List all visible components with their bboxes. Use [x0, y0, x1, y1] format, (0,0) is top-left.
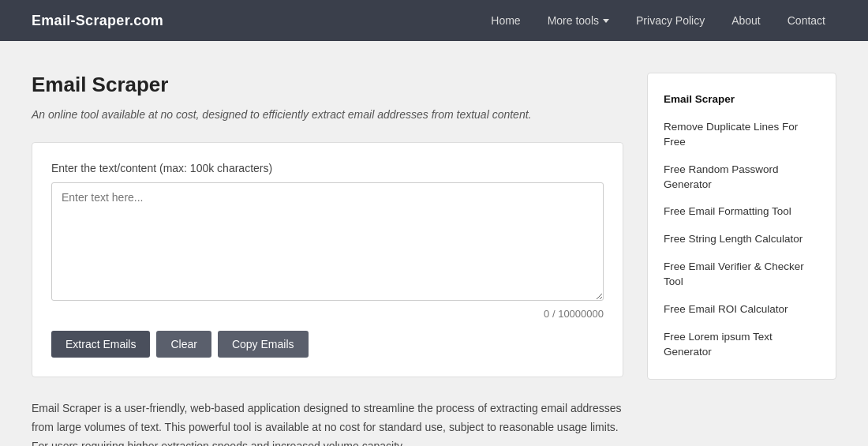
- page-wrapper: Email Scraper An online tool available a…: [16, 41, 852, 446]
- nav-about[interactable]: About: [720, 9, 772, 32]
- nav-home[interactable]: Home: [480, 9, 531, 32]
- sidebar-item-string-length[interactable]: Free String Length Calculator: [648, 226, 836, 253]
- sidebar-item-password-generator[interactable]: Free Random Password Generator: [648, 156, 836, 199]
- description-text: Email Scraper is a user-friendly, web-ba…: [32, 399, 623, 446]
- extract-emails-button[interactable]: Extract Emails: [51, 331, 150, 358]
- nav-contact[interactable]: Contact: [776, 9, 836, 32]
- page-subtitle: An online tool available at no cost, des…: [32, 107, 623, 123]
- text-input[interactable]: [51, 182, 604, 301]
- input-label: Enter the text/content (max: 100k charac…: [51, 162, 604, 174]
- nav-links: Home More tools Privacy Policy About Con…: [480, 9, 836, 32]
- tool-card: Enter the text/content (max: 100k charac…: [32, 142, 623, 377]
- char-count: 0 / 10000000: [51, 308, 604, 320]
- navbar: Email-Scraper.com Home More tools Privac…: [0, 0, 868, 41]
- nav-more-tools[interactable]: More tools: [537, 9, 620, 32]
- site-logo[interactable]: Email-Scraper.com: [32, 13, 163, 29]
- nav-privacy-policy[interactable]: Privacy Policy: [625, 9, 716, 32]
- sidebar-item-remove-duplicate[interactable]: Remove Duplicate Lines For Free: [648, 114, 836, 156]
- main-content: Email Scraper An online tool available a…: [32, 73, 623, 446]
- sidebar: Email Scraper Remove Duplicate Lines For…: [647, 73, 836, 380]
- sidebar-item-email-scraper[interactable]: Email Scraper: [648, 86, 836, 114]
- page-title: Email Scraper: [32, 73, 623, 97]
- chevron-down-icon: [603, 19, 609, 23]
- button-row: Extract Emails Clear Copy Emails: [51, 331, 604, 358]
- copy-emails-button[interactable]: Copy Emails: [218, 331, 309, 358]
- sidebar-item-email-formatting[interactable]: Free Email Formatting Tool: [648, 198, 836, 226]
- clear-button[interactable]: Clear: [156, 331, 211, 358]
- sidebar-item-email-verifier[interactable]: Free Email Verifier & Checker Tool: [648, 253, 836, 296]
- sidebar-item-lorem-ipsum[interactable]: Free Lorem ipsum Text Generator: [648, 324, 836, 366]
- sidebar-item-email-roi[interactable]: Free Email ROI Calculator: [648, 296, 836, 324]
